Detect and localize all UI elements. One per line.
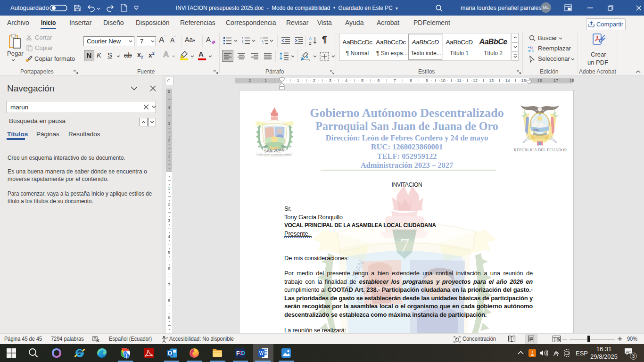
svg-text:3: 3 (242, 42, 243, 44)
svg-text:?: ? (166, 337, 168, 340)
svg-text:Z: Z (309, 41, 312, 45)
svg-text:A: A (309, 36, 312, 41)
svg-text:c: c (532, 49, 534, 53)
svg-text:F: F (236, 350, 239, 357)
svg-text:i: i (263, 42, 264, 44)
